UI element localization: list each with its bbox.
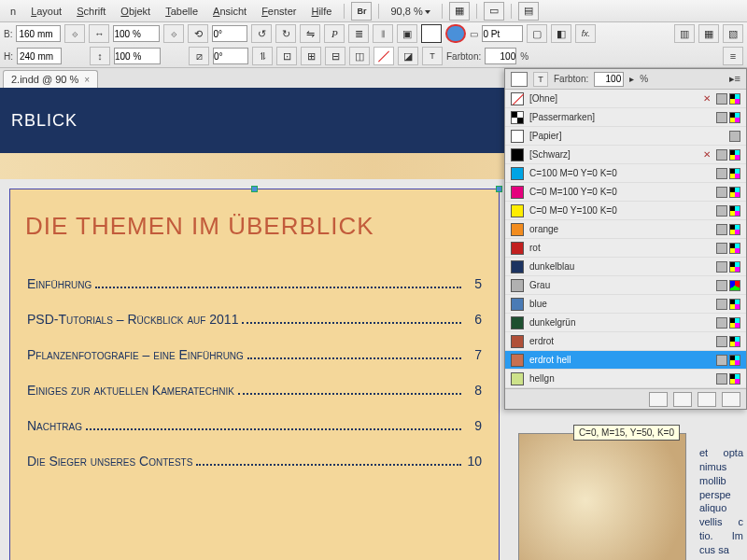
article-body-text: et opta nimus mollib perspe aliquo velli…: [696, 442, 747, 560]
swatch-row[interactable]: C=0 M=0 Y=100 K=0: [505, 202, 746, 220]
menu-item-tabelle[interactable]: Tabelle: [159, 3, 204, 20]
effects-icon[interactable]: ◧: [551, 24, 571, 43]
toggle-fill-stroke-icon[interactable]: ◪: [398, 47, 418, 65]
distribute-icon[interactable]: ⫴: [373, 24, 393, 43]
tint-input[interactable]: [485, 48, 516, 64]
swatch-meta-icons: [716, 299, 740, 310]
screen-mode-icon[interactable]: ▭: [484, 2, 504, 21]
bridge-icon[interactable]: Br: [351, 2, 372, 21]
fill-stroke-proxy-icon[interactable]: [511, 72, 528, 87]
textwrap3-icon[interactable]: ▧: [723, 24, 743, 43]
swatch-row[interactable]: [Schwarz]: [505, 146, 746, 164]
toc-list: Einführung5PSD-Tutorials – Rückblick auf…: [10, 250, 499, 495]
menu-item-objekt[interactable]: Objekt: [114, 3, 157, 20]
show-small-icon[interactable]: [673, 392, 692, 407]
toc-entry: Pflanzenfotografie – eine Einführung7: [27, 347, 482, 362]
panel-menu-icon[interactable]: ≡: [723, 47, 743, 65]
rgb-icon: [729, 280, 740, 291]
zoom-level[interactable]: 90,8 %: [385, 4, 435, 19]
new-swatch-icon[interactable]: [698, 392, 716, 407]
height-input[interactable]: [17, 48, 62, 64]
swatch-row[interactable]: [Papier]: [505, 127, 746, 146]
close-icon[interactable]: ×: [84, 75, 90, 85]
arrange-icon[interactable]: ▤: [518, 2, 539, 21]
global-icon: [729, 131, 740, 142]
selected-text-frame[interactable]: DIE THEMEN IM ÜBERBLICK Einführung5PSD-T…: [9, 189, 500, 560]
swatches-tint-input[interactable]: [594, 72, 624, 87]
swatch-row[interactable]: C=100 M=0 Y=0 K=0: [505, 164, 746, 183]
swatch-meta-icons: [716, 168, 740, 179]
toc-title: PSD-Tutorials – Rückblick auf 2011: [27, 312, 238, 327]
flip-h-icon[interactable]: ⇋: [300, 24, 320, 43]
selection-handle[interactable]: [496, 186, 502, 192]
swatch-row[interactable]: [Passermarken]: [505, 108, 746, 127]
menu-item-ansicht[interactable]: Ansicht: [206, 3, 253, 20]
link-scale-icon[interactable]: ⟐: [163, 24, 184, 43]
rotate-cw-icon[interactable]: ↻: [275, 24, 296, 43]
misc2-icon[interactable]: ⊞: [301, 47, 321, 65]
swatch-name: [Ohne]: [529, 93, 698, 104]
wrap-icon[interactable]: ▣: [397, 24, 417, 43]
swatch-row[interactable]: C=0 M=100 Y=0 K=0: [505, 183, 746, 202]
view-mode-icon[interactable]: ▦: [449, 2, 470, 21]
scale-x-icon: ↔: [89, 24, 109, 43]
swatch-chip-icon: [511, 298, 524, 311]
shear-input[interactable]: [213, 48, 248, 64]
textwrap2-icon[interactable]: ▦: [698, 24, 719, 43]
flip-v-icon[interactable]: ⥮: [252, 47, 273, 65]
fill-swatch-icon[interactable]: [421, 24, 442, 43]
toc-entry: PSD-Tutorials – Rückblick auf 20116: [27, 312, 482, 327]
swatch-row[interactable]: Grau: [505, 276, 746, 295]
stroke-weight-input[interactable]: [482, 25, 523, 42]
misc4-icon[interactable]: ◫: [349, 47, 370, 65]
swatch-meta-icons: [703, 93, 740, 105]
scale-y-input[interactable]: [114, 48, 161, 64]
swatch-row[interactable]: erdrot: [505, 332, 746, 351]
control-bar: B: ⟐ ↔ ⟐ ⟲ ↺ ↻ ⇋ P ≣ ⫴ ▣ ▭ ▢ ◧ fx. ▥ ▦ ▧…: [0, 22, 747, 68]
menu-item-fenster[interactable]: Fenster: [255, 3, 303, 20]
panel-flyout-icon[interactable]: ▸≡: [729, 73, 740, 85]
toc-entry: Nachtrag9: [27, 418, 482, 433]
fill-color-button[interactable]: [445, 24, 466, 43]
link-wh-icon[interactable]: ⟐: [64, 24, 85, 43]
text-fill-icon[interactable]: T: [533, 72, 548, 87]
swatch-row[interactable]: blue: [505, 295, 746, 314]
tint-unit: %: [520, 51, 529, 62]
selection-handle[interactable]: [251, 186, 258, 192]
show-list-icon[interactable]: [649, 392, 668, 407]
textwrap1-icon[interactable]: ▥: [674, 24, 695, 43]
rotate-input[interactable]: [212, 25, 247, 42]
fx-icon[interactable]: fx.: [575, 24, 596, 43]
menu-item-schrift[interactable]: Schrift: [70, 3, 112, 20]
width-input[interactable]: [16, 25, 61, 42]
swatch-row[interactable]: [Ohne]: [505, 90, 746, 108]
corner-icon[interactable]: ▢: [527, 24, 547, 43]
rotate-icon: ⟲: [188, 24, 208, 43]
rotate-ccw-icon[interactable]: ↺: [251, 24, 272, 43]
menu-bar: n Layout Schrift Objekt Tabelle Ansicht …: [0, 0, 747, 22]
swatches-tint-arrow[interactable]: ▸: [629, 74, 634, 84]
delete-swatch-icon[interactable]: [722, 392, 740, 407]
scale-x-input[interactable]: [113, 25, 160, 42]
formatting-container-icon[interactable]: T: [422, 47, 443, 65]
misc3-icon[interactable]: ⊟: [325, 47, 345, 65]
misc1-icon[interactable]: ⊡: [276, 47, 297, 65]
document-tab[interactable]: 2.indd @ 90 % ×: [3, 70, 98, 88]
swatch-name: erdrot: [529, 336, 711, 346]
swatch-row[interactable]: erdrot hell: [505, 351, 746, 370]
swatch-chip-icon: [511, 372, 524, 385]
menu-item-layout[interactable]: Layout: [24, 3, 68, 20]
toc-entry: Die Sieger unseres Contests10: [27, 454, 482, 469]
stroke-swatch-icon[interactable]: [374, 47, 394, 65]
swatch-name: erdrot hell: [529, 355, 711, 365]
menu-item-hilfe[interactable]: Hilfe: [304, 3, 338, 20]
swatch-row[interactable]: dunkelblau: [505, 258, 746, 276]
swatch-row[interactable]: rot: [505, 239, 746, 258]
char-panel-icon[interactable]: P: [324, 24, 345, 43]
swatch-row[interactable]: dunkelgrün: [505, 314, 746, 332]
swatch-row[interactable]: orange: [505, 220, 746, 239]
align-icon[interactable]: ≣: [348, 24, 369, 43]
menu-item[interactable]: n: [4, 3, 22, 20]
swatch-row[interactable]: hellgn: [505, 370, 746, 388]
toc-heading: DIE THEMEN IM ÜBERBLICK: [10, 189, 499, 250]
